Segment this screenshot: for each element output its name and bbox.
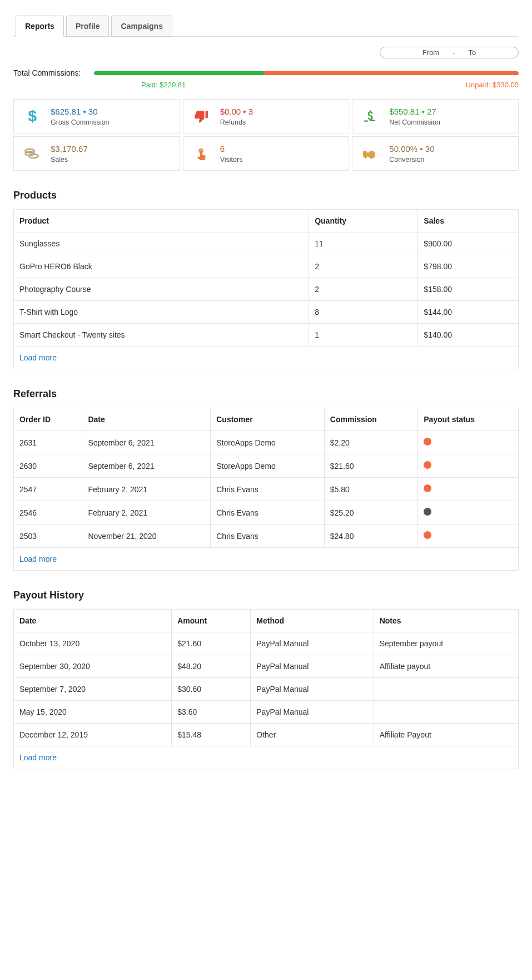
payouts-load-more[interactable]: Load more: [19, 753, 57, 762]
cell-quantity: 2: [309, 278, 418, 301]
referrals-table: Order ID Date Customer Commission Payout…: [13, 408, 519, 571]
table-row: 2503 November 21, 2020 Chris Evans $24.8…: [14, 524, 519, 548]
tab-campaigns[interactable]: Campaigns: [111, 16, 172, 37]
cell-commission: $25.20: [324, 501, 417, 524]
cell-notes: Affiliate Payout: [374, 724, 518, 746]
cell-payout-status: [418, 454, 519, 478]
total-commissions-label: Total Commissions:: [13, 68, 81, 77]
cell-customer: Chris Evans: [211, 524, 325, 548]
cell-date: September 6, 2021: [82, 431, 211, 454]
cell-notes: [374, 678, 518, 701]
table-row: 2630 September 6, 2021 StoreApps Demo $2…: [14, 454, 519, 478]
cell-method: Other: [251, 724, 374, 746]
cell-commission: $2.20: [324, 431, 417, 454]
cell-customer: Chris Evans: [211, 478, 325, 501]
cell-order-id: 2547: [14, 478, 82, 501]
table-row: May 15, 2020 $3.60 PayPal Manual: [14, 701, 519, 724]
kpi-value: $0.00 • 3: [220, 107, 341, 116]
table-row: 2546 February 2, 2021 Chris Evans $25.20: [14, 501, 519, 524]
cell-method: PayPal Manual: [251, 701, 374, 724]
hand-dollar-icon: [360, 106, 380, 126]
col-product: Product: [14, 210, 309, 232]
cell-order-id: 2631: [14, 431, 82, 454]
progress-unpaid: [264, 71, 519, 75]
kpi-value: $3,170.67: [51, 144, 172, 154]
cell-date: May 15, 2020: [14, 701, 172, 724]
cell-quantity: 1: [309, 324, 418, 347]
status-dot-icon: [424, 461, 431, 469]
payouts-title: Payout History: [13, 590, 519, 601]
status-dot-icon: [424, 508, 431, 516]
cell-customer: StoreApps Demo: [211, 454, 325, 478]
table-row: T-Shirt with Logo 8 $144.00: [14, 301, 519, 324]
kpi-value: 50.00% • 30: [389, 144, 510, 154]
svg-text:$: $: [28, 108, 37, 124]
kpi-net-commission: $550.81 • 27 Net Commission: [352, 99, 519, 133]
cell-method: PayPal Manual: [251, 655, 374, 678]
cell-date: September 30, 2020: [14, 655, 172, 678]
cell-product: T-Shirt with Logo: [14, 301, 309, 324]
date-range-picker[interactable]: From - To: [380, 47, 519, 58]
kpi-label: Sales: [51, 156, 172, 164]
cell-amount: $3.60: [172, 701, 251, 724]
progress-paid: [94, 71, 263, 75]
cell-order-id: 2546: [14, 501, 82, 524]
cell-notes: Affiliate payout: [374, 655, 518, 678]
cell-notes: [374, 701, 518, 724]
col-payout-status: Payout status: [418, 408, 519, 431]
table-row: GoPro HERO6 Black 2 $798.00: [14, 255, 519, 278]
referrals-load-more[interactable]: Load more: [19, 555, 57, 563]
table-row: Photography Course 2 $158.00: [14, 278, 519, 301]
referrals-title: Referrals: [13, 388, 519, 400]
table-row: September 30, 2020 $48.20 PayPal Manual …: [14, 655, 519, 678]
cell-sales: $900.00: [418, 232, 519, 255]
date-sep: -: [453, 48, 455, 57]
cell-sales: $798.00: [418, 255, 519, 278]
cell-product: Sunglasses: [14, 232, 309, 255]
table-row: Smart Checkout - Twenty sites 1 $140.00: [14, 324, 519, 347]
col-date: Date: [82, 408, 211, 431]
kpi-conversion: 50.00% • 30 Conversion: [352, 136, 519, 171]
col-amount: Amount: [172, 610, 251, 632]
cell-date: October 13, 2020: [14, 632, 172, 655]
products-load-more[interactable]: Load more: [19, 353, 57, 362]
col-notes: Notes: [374, 610, 518, 632]
cell-order-id: 2630: [14, 454, 82, 478]
products-title: Products: [13, 190, 519, 201]
cell-date: November 21, 2020: [82, 524, 211, 548]
handshake-icon: [360, 143, 380, 164]
table-row: 2547 February 2, 2021 Chris Evans $5.80: [14, 478, 519, 501]
status-dot-icon: [424, 438, 431, 446]
cell-product: Smart Checkout - Twenty sites: [14, 324, 309, 347]
cell-method: PayPal Manual: [251, 632, 374, 655]
table-row: December 12, 2019 $15.48 Other Affiliate…: [14, 724, 519, 746]
cell-customer: Chris Evans: [211, 501, 325, 524]
cell-payout-status: [418, 431, 519, 454]
kpi-label: Conversion: [389, 156, 510, 164]
date-to-label: To: [468, 48, 476, 57]
tab-bar: Reports Profile Campaigns: [13, 16, 519, 37]
table-row: September 7, 2020 $30.60 PayPal Manual: [14, 678, 519, 701]
kpi-value: $550.81 • 27: [389, 107, 510, 116]
cell-notes: September payout: [374, 632, 518, 655]
col-customer: Customer: [211, 408, 325, 431]
cell-date: December 12, 2019: [14, 724, 172, 746]
col-commission: Commission: [324, 408, 417, 431]
cell-sales: $140.00: [418, 324, 519, 347]
svg-point-3: [29, 154, 38, 158]
tab-reports[interactable]: Reports: [16, 16, 64, 37]
cell-product: Photography Course: [14, 278, 309, 301]
thumbs-down-icon: [191, 106, 211, 126]
tab-profile[interactable]: Profile: [66, 16, 110, 37]
progress-labels: Paid: $220.81 Unpaid: $330.00: [141, 81, 519, 89]
cell-date: February 2, 2021: [82, 478, 211, 501]
payouts-table: Date Amount Method Notes October 13, 202…: [13, 609, 519, 769]
kpi-label: Refunds: [220, 118, 341, 126]
col-order-id: Order ID: [14, 408, 82, 431]
kpi-label: Visitors: [220, 156, 341, 164]
kpi-label: Net Commission: [389, 118, 510, 126]
cell-quantity: 8: [309, 301, 418, 324]
total-commissions-row: Total Commissions:: [13, 68, 519, 77]
cell-commission: $21.60: [324, 454, 417, 478]
commissions-progress: [94, 71, 519, 75]
